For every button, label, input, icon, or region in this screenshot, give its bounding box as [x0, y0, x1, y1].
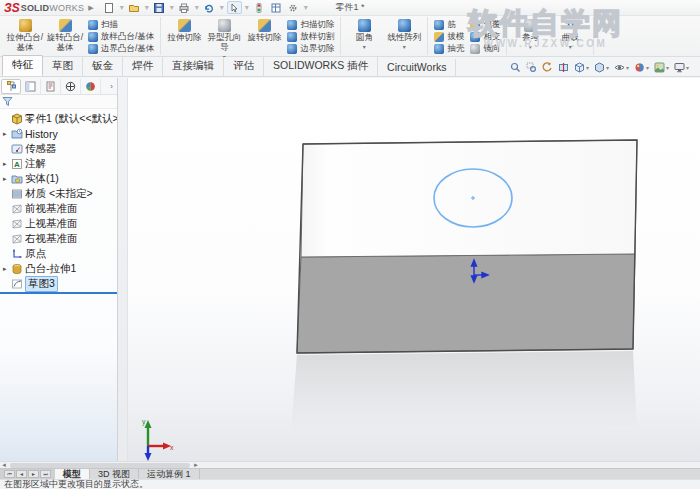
draft-button[interactable]: 拔模	[432, 31, 466, 43]
model-face-top-sketch[interactable]	[301, 140, 637, 257]
view-orientation-button[interactable]: ▾	[573, 61, 590, 74]
fillet-button[interactable]: 圆角▾	[344, 17, 384, 55]
zoom-area-button[interactable]	[525, 61, 538, 74]
linear-pattern-button[interactable]: 线性阵列▾	[384, 17, 424, 55]
open-button[interactable]	[127, 1, 142, 14]
open-icon	[129, 3, 139, 13]
section-view-button[interactable]	[557, 61, 570, 74]
nav-next-button[interactable]: ►	[28, 470, 39, 478]
sweep-button[interactable]: 扫描	[86, 19, 156, 31]
sensors-icon	[11, 143, 23, 155]
tree-item-material[interactable]: 材质 <未指定>	[0, 186, 117, 201]
boundary-cut-icon	[287, 44, 297, 54]
history-folder-icon	[11, 128, 23, 140]
zoom-fit-button[interactable]	[509, 61, 522, 74]
tree-item-sketch3-selected[interactable]: 草图3	[0, 276, 117, 291]
command-tab-strip: 特征 草图 钣金 焊件 直接编辑 评估 SOLIDWORKS 插件 Circui…	[0, 57, 700, 77]
new-document-icon	[104, 3, 114, 13]
tab-weldments[interactable]: 焊件	[123, 57, 163, 76]
status-message: 在图形区域中更改项目的显示状态。	[4, 478, 148, 489]
hole-wizard-button[interactable]: 异型孔向导▾	[204, 17, 244, 55]
tab-displaymanager[interactable]	[81, 79, 101, 94]
revolved-cut-button[interactable]: 旋转切除	[244, 17, 284, 55]
tree-item-solid-bodies[interactable]: ▸ 实体(1)	[0, 171, 117, 186]
svg-text:x: x	[170, 444, 174, 451]
tab-featuremanager-tree[interactable]	[1, 79, 21, 94]
reference-triad: x y	[142, 418, 174, 461]
save-button[interactable]	[152, 1, 167, 14]
boundary-boss-button[interactable]: 边界凸台/基体	[86, 43, 156, 55]
sweep-icon	[88, 20, 98, 30]
ribbon-group-fillet-pattern: 圆角▾ 线性阵列▾	[341, 17, 428, 55]
edit-appearance-button[interactable]: ▾	[633, 61, 650, 74]
rib-button[interactable]: 筋	[432, 19, 466, 31]
display-style-button[interactable]: ▾	[593, 61, 610, 74]
select-button[interactable]	[227, 1, 242, 14]
tab-dimxpertmanager[interactable]	[61, 79, 81, 94]
tab-circuitworks[interactable]: CircuitWorks	[378, 59, 456, 76]
nav-prev-button[interactable]: ◄	[16, 470, 27, 478]
plane-icon	[11, 218, 23, 230]
shell-button[interactable]: 抽壳	[432, 43, 466, 55]
reference-geometry-icon	[524, 19, 537, 32]
tree-item-annotations[interactable]: ▸ A 注解	[0, 156, 117, 171]
tab-configurationmanager[interactable]	[41, 79, 61, 94]
hide-show-items-button[interactable]: ▾	[613, 61, 630, 74]
rollback-bar[interactable]	[0, 292, 117, 294]
tab-evaluate[interactable]: 评估	[224, 57, 264, 76]
revolved-boss-button[interactable]: 旋转凸台/基体	[45, 17, 85, 55]
apply-scene-icon	[654, 62, 665, 73]
tree-item-origin[interactable]: 原点	[0, 246, 117, 261]
print-button[interactable]	[177, 1, 192, 14]
tab-direct-editing[interactable]: 直接编辑	[163, 57, 224, 76]
swept-cut-button[interactable]: 扫描切除	[285, 19, 336, 31]
lofted-cut-button[interactable]: 放样切割	[285, 31, 336, 43]
model-face-bottom[interactable]	[297, 254, 635, 353]
nav-first-button[interactable]: ⏮	[4, 470, 15, 478]
undo-button[interactable]	[202, 1, 217, 14]
extruded-boss-button[interactable]: 拉伸凸台/基体	[5, 17, 45, 55]
tree-item-boss-extrude1[interactable]: ▸ 凸台-拉伸1	[0, 261, 117, 276]
tree-item-history[interactable]: ▸ History	[0, 126, 117, 141]
new-document-button[interactable]	[102, 1, 117, 14]
tab-propertymanager[interactable]	[21, 79, 41, 94]
tree-item-sensors[interactable]: 传感器	[0, 141, 117, 156]
intersect-button[interactable]: 相交	[468, 31, 502, 43]
lofted-boss-button[interactable]: 放样凸台/基体	[86, 31, 156, 43]
nav-last-button[interactable]: ⏭	[40, 470, 51, 478]
tree-item-part-root[interactable]: 零件1 (默认<<默认>_显示状态	[0, 111, 117, 126]
mirror-button[interactable]: 镜向	[468, 43, 502, 55]
tab-motion-study-1[interactable]: 运动算例 1	[139, 469, 200, 479]
tab-sketch[interactable]: 草图	[43, 57, 83, 76]
wrap-button[interactable]: 包覆	[468, 19, 502, 31]
reference-geometry-button[interactable]: 参考▾	[510, 17, 550, 55]
main-area: › 零件1 (默认<<默认>_显示状态 ▸ History	[0, 78, 700, 461]
boundary-cut-button[interactable]: 边界切除	[285, 43, 336, 55]
panel-overflow-arrow[interactable]: ›	[107, 82, 116, 91]
tab-solidworks-addins[interactable]: SOLIDWORKS 插件	[264, 57, 378, 76]
graphics-viewport[interactable]: x y	[128, 78, 700, 461]
solidworks-logo-mark: ЗS	[4, 2, 20, 14]
tab-features[interactable]: 特征	[2, 55, 43, 76]
solidworks-logo[interactable]: ЗS SOLIDWORKS ▶	[4, 2, 94, 14]
view-settings-button[interactable]: ▾	[673, 61, 690, 74]
revolved-cut-icon	[258, 19, 271, 32]
menu-expand-arrow[interactable]: ▶	[88, 4, 93, 12]
tab-sheet-metal[interactable]: 钣金	[83, 57, 123, 76]
tree-filter-bar[interactable]	[0, 95, 117, 109]
panel-splitter[interactable]	[118, 78, 128, 461]
settings-gear-icon	[288, 3, 298, 13]
zoom-fit-icon	[510, 62, 521, 73]
curves-button[interactable]: 曲线▾	[550, 17, 590, 55]
settings-button[interactable]	[286, 1, 301, 14]
tree-item-top-plane[interactable]: 上视基准面	[0, 216, 117, 231]
apply-scene-button[interactable]: ▾	[653, 61, 670, 74]
options-button[interactable]	[269, 1, 284, 14]
previous-view-button[interactable]	[541, 61, 554, 74]
property-manager-icon	[25, 81, 36, 92]
plane-icon	[11, 233, 23, 245]
rebuild-button[interactable]	[252, 1, 267, 14]
tree-item-front-plane[interactable]: 前视基准面	[0, 201, 117, 216]
extruded-cut-button[interactable]: 拉伸切除	[164, 17, 204, 55]
tree-item-right-plane[interactable]: 右视基准面	[0, 231, 117, 246]
